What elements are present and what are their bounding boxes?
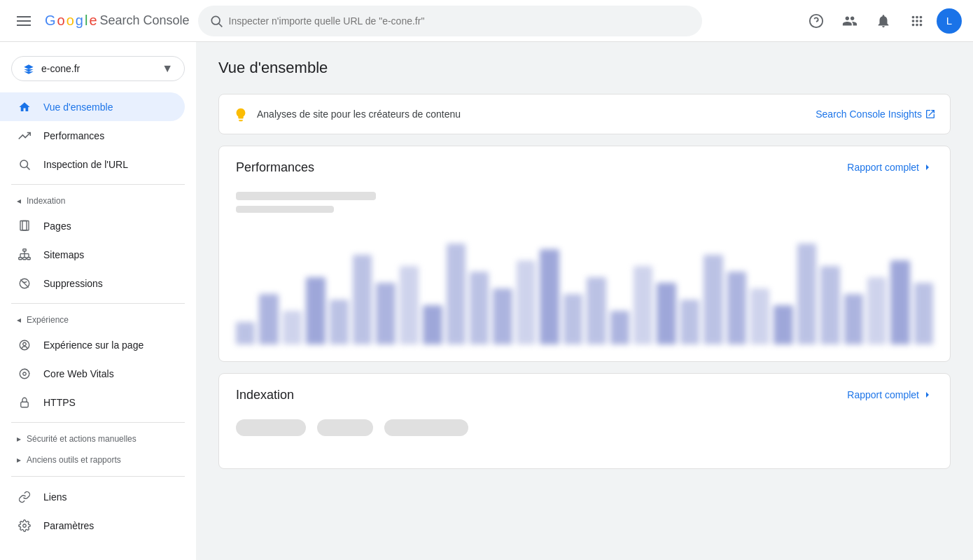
performances-rapport-link[interactable]: Rapport complet	[847, 162, 933, 173]
chart-bar-col	[423, 305, 442, 344]
search-bar	[198, 6, 702, 36]
sidebar-item-label-pages: Pages	[43, 220, 71, 232]
chart-bar-col	[657, 283, 676, 344]
chart-bar-col	[259, 294, 278, 344]
svg-point-4	[20, 160, 28, 168]
sidebar-item-label-vue-ensemble: Vue d'ensemble	[43, 102, 113, 113]
menu-button[interactable]	[11, 8, 36, 34]
section-securite[interactable]: ▸ Sécurité et actions manuelles	[0, 428, 196, 449]
logo-letter-l: l	[85, 13, 88, 29]
share-user-button[interactable]	[836, 7, 864, 35]
chart-bar-col	[587, 277, 606, 344]
sidebar-item-experience-page[interactable]: Expérience sur la page	[0, 330, 185, 359]
sidebar-item-liens[interactable]: Liens	[0, 482, 185, 511]
svg-line-18	[20, 280, 28, 288]
sidebar-item-label-inspection: Inspection de l'URL	[43, 159, 128, 170]
section-experience[interactable]: ◂ Expérience	[0, 309, 196, 330]
experience-icon	[17, 337, 32, 352]
chart-bar-col	[330, 300, 349, 344]
sidebar-item-label-performances: Performances	[43, 130, 104, 141]
chart-bar-col	[634, 266, 652, 344]
help-button[interactable]	[802, 7, 830, 35]
site-selector[interactable]: e-cone.fr ▼	[11, 56, 185, 81]
lightbulb-icon	[233, 106, 248, 122]
svg-point-21	[20, 370, 29, 379]
performances-rapport-text: Rapport complet	[847, 162, 919, 173]
indexation-title: Indexation	[236, 388, 294, 402]
performances-title: Performances	[236, 160, 314, 175]
app-name: Search Console	[100, 13, 190, 28]
svg-rect-23	[21, 402, 29, 408]
site-selector-name: e-cone.fr	[41, 63, 155, 74]
topbar-actions: L	[802, 7, 962, 35]
chart-bar-col	[750, 288, 769, 344]
page-title: Vue d'ensemble	[218, 59, 951, 77]
insights-link[interactable]: Search Console Insights	[816, 108, 936, 120]
main-content: Vue d'ensemble Analyses de site pour les…	[196, 42, 973, 560]
sidebar-item-cwv[interactable]: Core Web Vitals	[0, 359, 185, 388]
chart-bar-col	[610, 311, 629, 344]
chevron-left-icon: ◂	[17, 196, 21, 206]
chart-bar-col	[820, 266, 839, 344]
section-experience-label: Expérience	[27, 315, 69, 325]
chart-bar-col	[867, 277, 886, 344]
sidebar-item-inspection-url[interactable]: Inspection de l'URL	[0, 150, 185, 178]
notifications-button[interactable]	[869, 7, 897, 35]
svg-rect-7	[22, 221, 29, 231]
trending-up-icon	[17, 128, 32, 143]
chart-blurred	[236, 218, 933, 344]
chevron-exp-icon: ◂	[17, 315, 21, 325]
chart-bar-col	[400, 266, 419, 344]
apps-button[interactable]	[903, 7, 931, 35]
sidebar-item-https[interactable]: HTTPS	[0, 388, 185, 416]
svg-point-20	[23, 343, 27, 346]
section-anciens-outils[interactable]: ▸ Anciens outils et rapports	[0, 449, 196, 470]
indexation-card-header: Indexation Rapport complet	[219, 374, 950, 408]
chart-bar-col	[540, 249, 559, 344]
chevron-down-icon: ▼	[162, 62, 173, 75]
chart-bar-col	[890, 260, 909, 344]
avatar[interactable]: L	[937, 8, 962, 34]
sidebar-item-performances[interactable]: Performances	[0, 121, 185, 150]
logo-letter-g2: g	[76, 13, 83, 29]
sidebar-item-pages[interactable]: Pages	[0, 211, 185, 240]
sidebar-item-vue-ensemble[interactable]: Vue d'ensemble	[0, 92, 185, 121]
sidebar-item-sitemaps[interactable]: Sitemaps	[0, 240, 185, 269]
chart-bar-col	[283, 311, 302, 344]
sidebar-item-label-parametres: Paramètres	[43, 520, 94, 531]
performances-card: Performances Rapport complet	[218, 146, 951, 362]
indexation-rapport-link[interactable]: Rapport complet	[847, 389, 933, 400]
chart-bar-col	[470, 272, 489, 344]
chart-bar-col	[376, 283, 395, 344]
performances-card-header: Performances Rapport complet	[219, 146, 950, 181]
insights-banner: Analyses de site pour les créateurs de c…	[219, 94, 950, 134]
chevron-anciens-icon: ▸	[17, 455, 21, 465]
sidebar-item-label-sitemaps: Sitemaps	[43, 249, 84, 260]
indexation-rapport-text: Rapport complet	[847, 389, 919, 400]
divider-3	[11, 422, 185, 423]
sidebar-item-parametres[interactable]: Paramètres	[0, 511, 185, 540]
chart-bar-col	[774, 305, 792, 344]
chart-bar-col	[844, 294, 863, 344]
svg-rect-8	[23, 249, 27, 251]
svg-rect-11	[27, 258, 31, 260]
logo-letter-o2: o	[66, 13, 74, 29]
links-icon	[17, 489, 32, 504]
chart-bar-col	[236, 322, 255, 344]
search-nav-icon	[17, 157, 32, 172]
sidebar-item-suppressions[interactable]: Suppressions	[0, 269, 185, 298]
sitemap-icon	[17, 247, 32, 262]
site-icon	[23, 62, 34, 75]
search-input[interactable]	[229, 15, 691, 27]
svg-point-19	[20, 341, 29, 351]
cwv-icon	[17, 366, 32, 381]
chart-bar-col	[797, 244, 816, 344]
topbar: G o o g l e Search Console	[0, 0, 973, 42]
chart-bar-col	[447, 244, 465, 344]
chart-bar-col	[353, 255, 372, 344]
section-indexation[interactable]: ◂ Indexation	[0, 190, 196, 211]
sidebar: e-cone.fr ▼ Vue d'ensemble Performances	[0, 42, 196, 560]
indexation-card: Indexation Rapport complet	[218, 373, 951, 469]
insights-banner-card: Analyses de site pour les créateurs de c…	[218, 94, 951, 134]
svg-rect-6	[20, 221, 27, 231]
